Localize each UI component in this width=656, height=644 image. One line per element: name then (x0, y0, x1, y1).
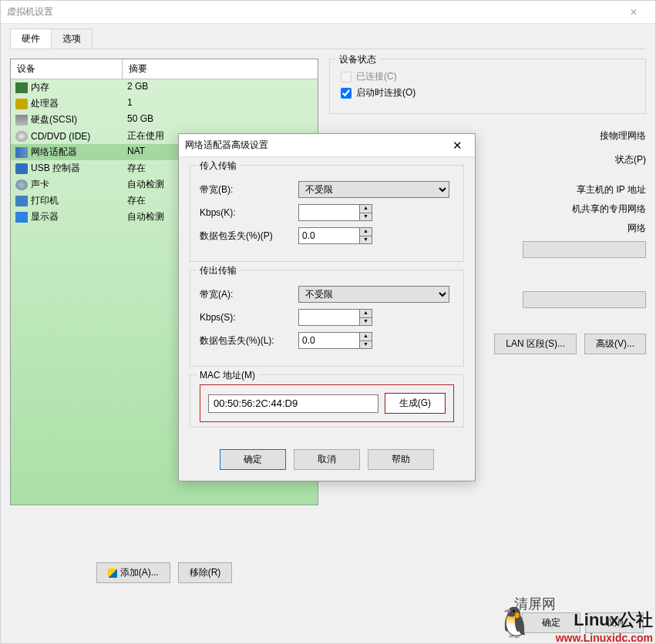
watermark: Linux公社 www.Linuxidc.com (556, 609, 653, 644)
snd-icon (15, 179, 28, 190)
device-summary: 1 (123, 97, 318, 110)
add-label: 添加(A)... (120, 566, 159, 579)
advanced-network-dialog: 网络适配器高级设置 ✕ 传入传输 带宽(B): 不受限 Kbps(K): ▲▼ … (178, 133, 476, 481)
connect-on-start-checkbox[interactable] (341, 88, 352, 99)
dialog-cancel-button[interactable]: 取消 (294, 449, 360, 470)
dialog-titlebar: 网络适配器高级设置 ✕ (179, 134, 475, 157)
kbps-k-input (298, 204, 360, 221)
device-status-legend: 设备状态 (336, 53, 379, 66)
device-summary: 2 GB (123, 81, 318, 94)
watermark-url: www.Linuxidc.com (556, 632, 653, 644)
incoming-group: 传入传输 带宽(B): 不受限 Kbps(K): ▲▼ 数据包丢失(%)(P) … (190, 165, 464, 262)
incoming-legend: 传入传输 (197, 159, 240, 173)
add-button[interactable]: 添加(A)... (96, 562, 170, 583)
device-name: 处理器 (31, 97, 59, 110)
kbps-s-input (298, 309, 360, 326)
tab-options[interactable]: 选项 (51, 29, 93, 49)
dialog-body: 传入传输 带宽(B): 不受限 Kbps(K): ▲▼ 数据包丢失(%)(P) … (179, 157, 475, 443)
shield-icon (108, 569, 117, 578)
disp-icon (15, 212, 28, 223)
usb-icon (15, 163, 28, 174)
bandwidth-a-select[interactable]: 不受限 (298, 286, 449, 303)
mac-group: MAC 地址(M) 生成(G) (190, 374, 464, 428)
device-status-group: 设备状态 已连接(C) 启动时连接(O) (329, 59, 646, 114)
prn-icon (15, 196, 28, 206)
connect-on-start-label: 启动时连接(O) (356, 86, 415, 99)
packet-loss-l-label: 数据包丢失(%)(L): (200, 334, 298, 347)
mac-legend: MAC 地址(M) (197, 369, 258, 382)
table-row[interactable]: 处理器1 (11, 96, 318, 112)
device-name: USB 控制器 (31, 162, 80, 175)
dialog-title: 网络适配器高级设置 (185, 139, 446, 152)
device-name: 硬盘(SCSI) (31, 113, 77, 126)
kbps-s-spinner: ▲▼ (360, 309, 372, 326)
bandwidth-b-label: 带宽(B): (200, 183, 298, 196)
dialog-close-icon[interactable]: ✕ (446, 139, 469, 153)
packet-loss-l-input[interactable] (298, 332, 360, 349)
packet-loss-p-label: 数据包丢失(%)(P) (200, 230, 298, 243)
device-summary: 50 GB (123, 113, 318, 126)
cpu-icon (15, 99, 28, 109)
packet-loss-p-input[interactable] (298, 227, 360, 244)
outgoing-group: 传出传输 带宽(A): 不受限 Kbps(S): ▲▼ 数据包丢失(%)(L):… (190, 270, 464, 367)
window-title: 虚拟机设置 (7, 5, 618, 18)
outgoing-legend: 传出传输 (197, 264, 240, 277)
bandwidth-b-select[interactable]: 不受限 (298, 181, 449, 198)
dialog-ok-button[interactable]: 确定 (220, 449, 286, 470)
connected-checkbox (341, 72, 352, 82)
penguin-icon: 🐧 (496, 605, 533, 639)
net-icon (15, 147, 28, 158)
mac-input[interactable] (208, 394, 378, 413)
cd-icon (15, 131, 28, 142)
col-device[interactable]: 设备 (11, 59, 123, 79)
dialog-buttons: 确定 取消 帮助 (179, 443, 475, 481)
table-row[interactable]: 内存2 GB (11, 79, 318, 96)
device-name: 打印机 (31, 194, 59, 207)
mem-icon (15, 82, 28, 93)
kbps-k-label: Kbps(K): (200, 207, 298, 218)
device-name: 网络适配器 (31, 146, 77, 159)
col-summary[interactable]: 摘要 (123, 59, 318, 79)
generate-button[interactable]: 生成(G) (385, 393, 446, 414)
main-titlebar: 虚拟机设置 × (1, 1, 655, 24)
device-table-header: 设备 摘要 (11, 59, 318, 79)
kbps-s-label: Kbps(S): (200, 312, 298, 323)
highlight-zone: 生成(G) (200, 384, 454, 422)
lan-segments-button[interactable]: LAN 区段(S)... (494, 334, 577, 354)
connected-label: 已连接(C) (356, 70, 397, 83)
device-name: 显示器 (31, 210, 59, 223)
tab-hardware[interactable]: 硬件 (10, 29, 52, 49)
remove-button[interactable]: 移除(R) (178, 562, 233, 583)
kbps-k-spinner: ▲▼ (360, 204, 372, 221)
obscured-combo-2[interactable] (523, 291, 646, 308)
device-name: 内存 (31, 81, 49, 94)
packet-loss-l-spinner[interactable]: ▲▼ (360, 332, 372, 349)
advanced-button[interactable]: 高级(V)... (584, 334, 646, 354)
device-name: 声卡 (31, 178, 49, 191)
tab-strip: 硬件 选项 (1, 24, 655, 49)
dialog-help-button[interactable]: 帮助 (368, 449, 434, 470)
close-icon[interactable]: × (618, 5, 649, 19)
table-row[interactable]: 硬盘(SCSI)50 GB (11, 112, 318, 128)
obscured-combo-1[interactable] (523, 241, 646, 258)
device-name: CD/DVD (IDE) (31, 131, 90, 142)
disk-icon (15, 115, 28, 126)
bandwidth-a-label: 带宽(A): (200, 288, 298, 301)
packet-loss-p-spinner[interactable]: ▲▼ (360, 227, 372, 244)
add-remove-bar: 添加(A)... 移除(R) (10, 562, 318, 583)
watermark-brand: Linux公社 (556, 609, 653, 632)
